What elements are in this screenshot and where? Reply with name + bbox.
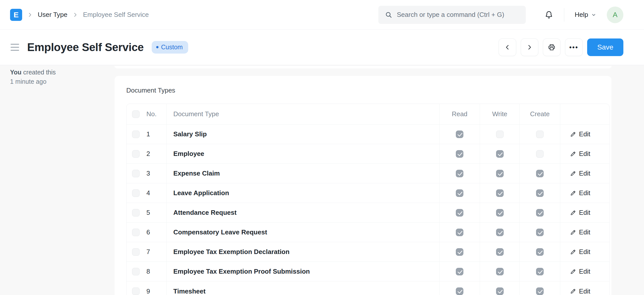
header-actions: ••• Save: [499, 38, 623, 56]
edit-row-button[interactable]: Edit: [570, 189, 590, 197]
write-checkbox[interactable]: [496, 229, 504, 236]
create-checkbox[interactable]: [536, 170, 544, 177]
chevron-left-icon: [504, 44, 511, 51]
breadcrumb-current[interactable]: Employee Self Service: [83, 11, 149, 19]
read-checkbox[interactable]: [456, 287, 463, 295]
create-checkbox[interactable]: [536, 287, 544, 295]
read-checkbox[interactable]: [456, 131, 463, 138]
document-type-name: Employee: [173, 150, 204, 158]
read-checkbox[interactable]: [456, 268, 463, 275]
edit-row-button[interactable]: Edit: [570, 228, 590, 236]
row-number: 7: [146, 248, 150, 256]
previous-section-card-edge: [114, 66, 612, 68]
edit-row-button[interactable]: Edit: [570, 287, 590, 295]
row-select-checkbox[interactable]: [132, 131, 140, 138]
edit-row-button[interactable]: Edit: [570, 209, 590, 217]
row-number: 9: [146, 287, 150, 295]
edit-label: Edit: [579, 287, 590, 295]
table-row: 9 Timesheet Edit: [127, 281, 609, 295]
pencil-icon: [570, 229, 576, 236]
create-checkbox[interactable]: [536, 268, 544, 275]
write-checkbox[interactable]: [496, 248, 504, 256]
document-type-name: Employee Tax Exemption Declaration: [173, 248, 290, 256]
ellipsis-icon: •••: [569, 46, 578, 49]
write-checkbox[interactable]: [496, 189, 504, 197]
chevron-right-icon: [526, 44, 533, 51]
row-number: 6: [146, 228, 150, 236]
breadcrumb-parent[interactable]: User Type: [38, 11, 67, 19]
column-header-write: Write: [492, 110, 507, 118]
write-checkbox[interactable]: [496, 209, 504, 217]
row-number: 1: [146, 130, 150, 138]
read-checkbox[interactable]: [456, 209, 463, 217]
notifications-bell-icon[interactable]: [544, 10, 553, 20]
search-icon: [385, 11, 392, 19]
row-number: 2: [146, 150, 150, 158]
save-button[interactable]: Save: [587, 38, 623, 56]
more-actions-button[interactable]: •••: [565, 38, 583, 56]
table-row: 4 Leave Application Edit: [127, 183, 609, 203]
help-menu[interactable]: Help: [575, 11, 596, 19]
edit-row-button[interactable]: Edit: [570, 130, 590, 138]
read-checkbox[interactable]: [456, 248, 463, 256]
read-checkbox[interactable]: [456, 150, 463, 158]
row-select-checkbox[interactable]: [132, 170, 140, 177]
create-checkbox[interactable]: [536, 209, 544, 217]
page-header: Employee Self Service Custom ••• Save: [0, 30, 644, 65]
edit-row-button[interactable]: Edit: [570, 248, 590, 256]
select-all-checkbox[interactable]: [132, 110, 140, 118]
row-select-checkbox[interactable]: [132, 248, 140, 256]
read-checkbox[interactable]: [456, 229, 463, 236]
pencil-icon: [570, 268, 576, 275]
table-row: 5 Attendance Request Edit: [127, 203, 609, 223]
app-logo-icon[interactable]: E: [10, 9, 22, 21]
row-select-checkbox[interactable]: [132, 229, 140, 236]
edit-row-button[interactable]: Edit: [570, 268, 590, 275]
sidebar-toggle-icon[interactable]: [10, 42, 20, 52]
chevron-down-icon: [591, 12, 596, 17]
create-checkbox[interactable]: [536, 131, 544, 138]
row-select-checkbox[interactable]: [132, 268, 140, 275]
write-checkbox[interactable]: [496, 268, 504, 275]
write-checkbox[interactable]: [496, 131, 504, 138]
row-select-checkbox[interactable]: [132, 189, 140, 197]
table-body: 1 Salary Slip Edit 2 Employee: [127, 124, 609, 295]
help-label: Help: [575, 11, 588, 19]
section-title: Document Types: [126, 87, 610, 94]
write-checkbox[interactable]: [496, 287, 504, 295]
column-header-doctype: Document Type: [173, 110, 219, 118]
created-by-user: You: [10, 69, 21, 76]
document-types-table: No. Document Type Read Write Create 1 Sa…: [126, 104, 610, 295]
navbar-divider: [564, 8, 564, 22]
write-checkbox[interactable]: [496, 150, 504, 158]
breadcrumb-chevron-icon: [72, 12, 78, 18]
search-placeholder: Search or type a command (Ctrl + G): [397, 11, 504, 19]
write-checkbox[interactable]: [496, 170, 504, 177]
global-search-input[interactable]: Search or type a command (Ctrl + G): [378, 6, 526, 24]
read-checkbox[interactable]: [456, 170, 463, 177]
table-row: 8 Employee Tax Exemption Proof Submissio…: [127, 262, 609, 281]
document-type-name: Salary Slip: [173, 130, 207, 138]
row-select-checkbox[interactable]: [132, 287, 140, 295]
row-select-checkbox[interactable]: [132, 150, 140, 158]
next-document-button[interactable]: [521, 38, 538, 56]
user-avatar[interactable]: A: [607, 7, 623, 23]
create-checkbox[interactable]: [536, 189, 544, 197]
row-select-checkbox[interactable]: [132, 209, 140, 217]
navbar: E User Type Employee Self Service Search…: [0, 0, 644, 30]
read-checkbox[interactable]: [456, 189, 463, 197]
created-ago-text: 1 minute ago: [10, 77, 107, 86]
row-number: 3: [146, 170, 150, 177]
page-title: Employee Self Service: [27, 41, 144, 54]
create-checkbox[interactable]: [536, 229, 544, 236]
edit-label: Edit: [579, 228, 590, 236]
create-checkbox[interactable]: [536, 150, 544, 158]
edit-label: Edit: [579, 209, 590, 217]
created-by-text: You created this: [10, 68, 107, 77]
edit-row-button[interactable]: Edit: [570, 170, 590, 177]
edit-row-button[interactable]: Edit: [570, 150, 590, 158]
previous-document-button[interactable]: [499, 38, 516, 56]
create-checkbox[interactable]: [536, 248, 544, 256]
table-row: 3 Expense Claim Edit: [127, 164, 609, 183]
print-button[interactable]: [543, 38, 560, 56]
